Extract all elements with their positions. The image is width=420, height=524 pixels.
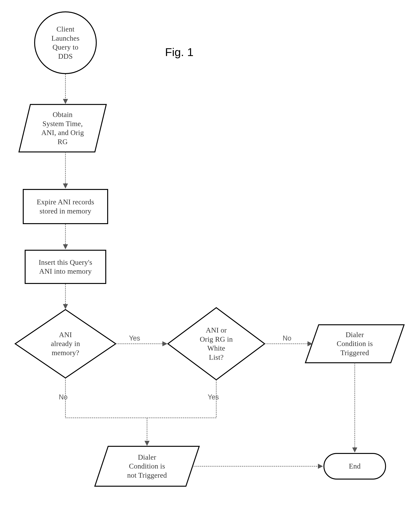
process-insert-node: Insert this Query'sANI into memory: [25, 250, 106, 284]
start-node: ClientLaunchesQuery toDDS: [34, 11, 97, 74]
start-label: ClientLaunchesQuery toDDS: [51, 25, 79, 61]
io-nottriggered-label: DialerCondition isnot Triggered: [127, 453, 167, 480]
io-triggered-label: DialerCondition isTriggered: [337, 330, 373, 358]
io-obtain-node: ObtainSystem Time,ANI, and OrigRG: [25, 105, 101, 151]
end-label: End: [349, 462, 361, 471]
decision-ani-node: ANIalready inmemory?: [33, 323, 98, 365]
decision-whitelist-node: ANI orOrig RG inWhiteList?: [186, 321, 247, 367]
edge-decani-nottrig: [66, 378, 147, 445]
edge-label-yes1: Yes: [129, 334, 140, 342]
io-nottriggered-node: DialerCondition isnot Triggered: [103, 447, 191, 485]
io-triggered-node: DialerCondition isTriggered: [315, 326, 395, 362]
decision-whitelist-label: ANI orOrig RG inWhiteList?: [200, 326, 233, 362]
edge-label-yes2: Yes: [208, 393, 219, 401]
end-node: End: [323, 453, 386, 480]
edge-decwl-nottrig: [147, 380, 216, 418]
process-expire-node: Expire ANI recordsstored in memory: [23, 189, 108, 224]
io-obtain-label: ObtainSystem Time,ANI, and OrigRG: [41, 110, 84, 146]
process-insert-label: Insert this Query'sANI into memory: [39, 258, 92, 276]
edge-label-no1: No: [59, 393, 67, 401]
edge-label-no2: No: [283, 334, 291, 342]
decision-ani-label: ANIalready inmemory?: [51, 330, 80, 358]
process-expire-label: Expire ANI recordsstored in memory: [37, 198, 94, 216]
